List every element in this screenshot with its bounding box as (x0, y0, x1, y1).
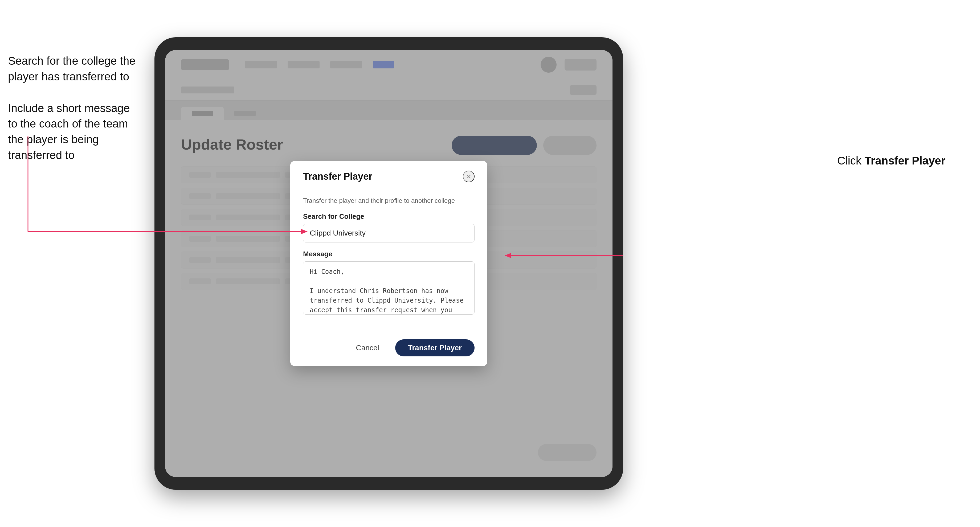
modal-footer: Cancel Transfer Player (290, 333, 487, 366)
message-label: Message (303, 250, 474, 258)
close-icon: × (466, 171, 471, 181)
annotation-search-text: Search for the college the (8, 55, 135, 67)
annotation-left: Search for the college the player has tr… (8, 53, 135, 179)
annotation-search-text2: player has transferred to (8, 70, 129, 83)
annotation-message-text2: to the coach of the team (8, 117, 128, 130)
transfer-player-modal: Transfer Player × Transfer the player an… (290, 161, 487, 366)
annotation-message-text3: the player is being (8, 133, 99, 146)
modal-body: Transfer the player and their profile to… (290, 189, 487, 333)
annotation-message-text4: transferred to (8, 149, 75, 161)
modal-header: Transfer Player × (290, 161, 487, 189)
modal-close-button[interactable]: × (463, 171, 474, 182)
annotation-click-text: Click (837, 154, 865, 167)
modal-description: Transfer the player and their profile to… (303, 197, 474, 205)
search-college-label: Search for College (303, 213, 474, 221)
message-textarea[interactable]: Hi Coach, I understand Chris Robertson h… (303, 261, 474, 314)
search-college-input[interactable] (303, 224, 474, 243)
tablet-screen: Update Roster (165, 50, 612, 477)
tablet-frame: Update Roster (154, 37, 623, 490)
annotation-transfer-bold: Transfer Player (864, 154, 945, 167)
annotation-message-text1: Include a short message (8, 102, 130, 114)
transfer-player-button[interactable]: Transfer Player (395, 339, 474, 356)
cancel-button[interactable]: Cancel (346, 339, 388, 356)
annotation-right: Click Transfer Player (837, 154, 945, 167)
modal-overlay: Transfer Player × Transfer the player an… (165, 50, 612, 477)
modal-title: Transfer Player (303, 171, 372, 182)
